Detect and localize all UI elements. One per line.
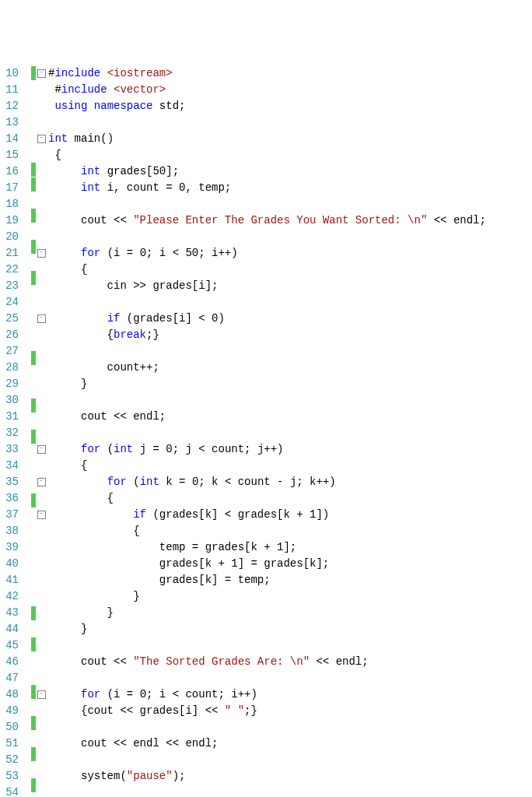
code-line[interactable] [47,719,486,736]
fold-toggle [36,719,47,736]
fold-toggle[interactable]: - [36,686,47,703]
code-line[interactable]: { [47,262,486,278]
fold-toggle [36,98,47,114]
code-line[interactable]: cout << endl; [47,409,486,425]
line-number: 32 [0,425,25,441]
code-line[interactable] [47,637,486,654]
fold-toggle [36,294,47,311]
line-number: 15 [0,147,25,163]
line-number: 41 [0,572,25,588]
code-line[interactable]: cout << endl << endl; [47,736,486,752]
fold-toggle [36,523,47,539]
code-line[interactable]: } [47,376,486,392]
code-line[interactable]: #include <iostream> [47,65,486,82]
line-number: 25 [0,311,25,327]
line-number: 53 [0,768,25,785]
code-line[interactable]: system("pause"); [47,768,486,785]
code-line[interactable] [47,114,486,131]
fold-toggle [36,392,47,409]
code-line[interactable] [47,670,486,686]
code-line[interactable]: {break;} [47,327,486,343]
line-number: 21 [0,245,25,262]
line-number: 14 [0,131,25,147]
code-line[interactable]: } [47,605,486,621]
fold-toggle [36,572,47,588]
code-line[interactable]: } [47,588,486,605]
fold-toggle [36,360,47,376]
fold-toggle [36,212,47,229]
fold-toggle [36,180,47,196]
code-line[interactable]: { [47,147,486,163]
code-line[interactable]: { [47,490,486,507]
line-number: 28 [0,360,25,376]
fold-toggle [36,768,47,785]
code-line[interactable]: for (i = 0; i < 50; i++) [47,245,486,262]
line-number: 18 [0,196,25,212]
fold-toggle [36,343,47,360]
line-number: 13 [0,114,25,131]
code-editor: 1011121314151617181920212223242526272829… [0,65,532,797]
code-line[interactable]: int grades[50]; [47,163,486,180]
line-number: 23 [0,278,25,294]
code-line[interactable]: grades[k + 1] = grades[k]; [47,556,486,572]
code-line[interactable] [47,752,486,768]
fold-toggle [36,539,47,556]
code-line[interactable]: for (int j = 0; j < count; j++) [47,441,486,458]
code-line[interactable]: temp = grades[k + 1]; [47,539,486,556]
code-line[interactable]: for (int k = 0; k < count - j; k++) [47,474,486,490]
code-line[interactable]: using namespace std; [47,98,486,114]
code-line[interactable]: } [47,621,486,637]
code-line[interactable]: {cout << grades[i] << " ";} [47,703,486,719]
code-line[interactable]: grades[k] = temp; [47,572,486,588]
fold-toggle [36,409,47,425]
fold-gutter: - - - - - - - - [36,65,47,797]
fold-toggle[interactable]: - [36,245,47,262]
code-line[interactable]: { [47,458,486,474]
fold-toggle[interactable]: - [36,507,47,523]
code-line[interactable]: cout << "The Sorted Grades Are: \n" << e… [47,654,486,670]
line-number: 38 [0,523,25,539]
fold-toggle [36,490,47,507]
code-line[interactable]: int i, count = 0, temp; [47,180,486,196]
line-number: 10 [0,65,25,82]
line-number: 37 [0,507,25,523]
code-line[interactable]: cin >> grades[i]; [47,278,486,294]
line-number: 19 [0,212,25,229]
line-number: 49 [0,703,25,719]
fold-toggle [36,327,47,343]
code-content[interactable]: #include <iostream> #include <vector> us… [47,65,486,797]
line-number: 51 [0,736,25,752]
fold-toggle[interactable]: - [36,131,47,147]
code-line[interactable] [47,425,486,441]
fold-toggle [36,425,47,441]
code-line[interactable]: int main() [47,131,486,147]
code-line[interactable]: if (grades[k] < grades[k + 1]) [47,507,486,523]
fold-toggle [36,621,47,637]
line-number: 42 [0,588,25,605]
code-line[interactable] [47,392,486,409]
code-line[interactable]: { [47,523,486,539]
code-line[interactable]: #include <vector> [47,82,486,98]
fold-toggle [36,114,47,131]
fold-toggle[interactable]: - [36,441,47,458]
code-line[interactable]: if (grades[i] < 0) [47,311,486,327]
line-number: 17 [0,180,25,196]
code-line[interactable] [47,294,486,311]
code-line[interactable] [47,785,486,797]
code-line[interactable]: cout << "Please Enter The Grades You Wan… [47,212,486,229]
fold-toggle[interactable]: - [36,474,47,490]
code-line[interactable]: for (i = 0; i < count; i++) [47,686,486,703]
code-line[interactable] [47,196,486,212]
code-line[interactable] [47,229,486,245]
fold-toggle[interactable]: - [36,65,47,82]
code-line[interactable]: count++; [47,360,486,376]
fold-toggle [36,588,47,605]
line-number: 36 [0,490,25,507]
fold-toggle[interactable]: - [36,311,47,327]
line-number: 47 [0,670,25,686]
fold-toggle [36,147,47,163]
fold-toggle [36,82,47,98]
code-line[interactable] [47,343,486,360]
fold-toggle [36,637,47,654]
fold-toggle [36,736,47,752]
